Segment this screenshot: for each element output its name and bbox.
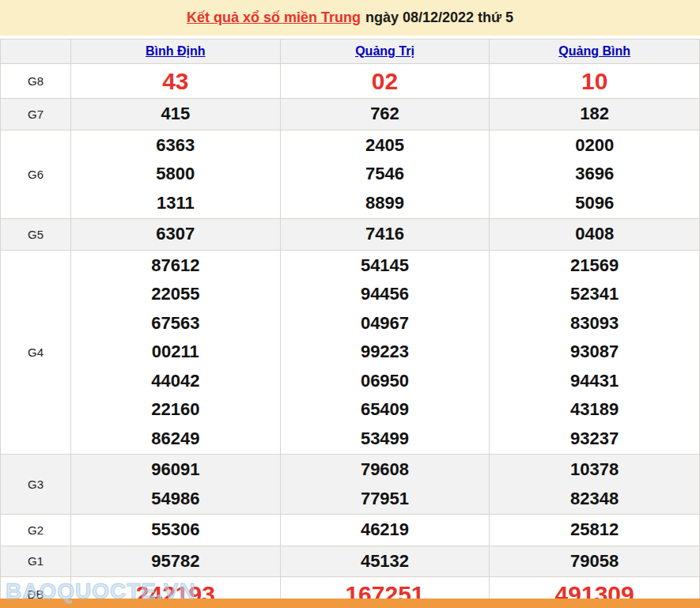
prize-numbers-cell: 45132	[281, 546, 490, 577]
prize-numbers-cell: 87612220556756300211440422216086249	[71, 251, 281, 455]
prize-numbers-cell: 25812	[490, 515, 699, 546]
prize-number: 93087	[570, 338, 619, 367]
prize-number: 82348	[570, 485, 619, 514]
prize-number: 10	[581, 66, 607, 97]
prize-number: 04967	[361, 309, 409, 338]
prize-number: 06950	[361, 367, 409, 396]
prize-number: 5800	[156, 160, 195, 189]
prize-row-2: G6636358001311240575468899020036965096	[1, 130, 699, 220]
prize-numbers-cell: 7960877951	[281, 455, 490, 514]
prize-number: 10378	[570, 455, 619, 485]
prize-number: 3696	[575, 160, 614, 189]
prize-numbers-cell: 6307	[71, 219, 281, 250]
prize-row-0: G8430210	[1, 64, 699, 99]
prize-numbers-cell: 0408	[490, 219, 699, 250]
prize-number: 53499	[361, 425, 409, 454]
prize-number: 182	[580, 100, 609, 129]
prize-numbers-cell: 7416	[281, 219, 490, 250]
prize-label: G7	[1, 99, 71, 130]
prize-numbers-cell: 55306	[71, 515, 281, 546]
prize-numbers-cell: 636358001311	[71, 130, 281, 219]
prize-number: 0200	[575, 131, 614, 160]
prize-label: G8	[1, 64, 71, 98]
prize-number: 93237	[570, 425, 619, 454]
prize-numbers-cell: 9609154986	[71, 455, 281, 514]
prize-number: 67563	[151, 309, 199, 338]
prize-number: 25812	[570, 515, 619, 545]
prize-row-5: G3960915498679608779511037882348	[1, 455, 699, 515]
prize-number: 0408	[575, 220, 614, 249]
prize-numbers-cell: 54145944560496799223069506540953499	[281, 251, 490, 455]
prize-numbers-cell: 95782	[71, 546, 281, 577]
prize-number: 22055	[151, 280, 199, 309]
prize-number: 7416	[365, 220, 404, 249]
prize-number: 00211	[152, 338, 199, 367]
prize-number: 6307	[156, 220, 195, 249]
prize-numbers-cell: 415	[71, 99, 281, 130]
prize-number: 5096	[575, 189, 614, 218]
prize-row-1: G7415762182	[1, 99, 699, 130]
prize-number: 83093	[570, 309, 619, 338]
prize-row-4: G487612220556756300211440422216086249541…	[1, 251, 699, 455]
prize-number: 762	[370, 100, 399, 129]
province-link-1[interactable]: Quảng Trị	[355, 44, 414, 59]
prize-number: 95782	[151, 547, 199, 576]
prize-numbers-cell: 46219	[281, 515, 490, 546]
prize-number: 65409	[361, 395, 409, 425]
column-header-2: Quảng Bình	[490, 40, 699, 63]
prize-numbers-cell: 43	[71, 64, 281, 98]
prize-row-7: G1957824513279058	[1, 546, 699, 578]
prize-number: 2405	[365, 131, 404, 160]
prize-number: 7546	[365, 160, 404, 189]
lottery-results-page: Kết quả xổ số miền Trung ngày 08/12/2022…	[0, 0, 700, 608]
prize-number: 02	[372, 66, 398, 97]
prize-number: 87612	[151, 251, 199, 281]
table-header-row: Bình ĐịnhQuảng TrịQuảng Bình	[1, 40, 699, 64]
column-header-1: Quảng Trị	[281, 40, 490, 63]
results-table: Bình ĐịnhQuảng TrịQuảng Bình G8430210G74…	[0, 39, 700, 608]
column-header-0: Bình Định	[71, 40, 281, 63]
prize-number: 79608	[361, 455, 409, 485]
prize-number: 86249	[151, 425, 199, 454]
prize-label: G1	[1, 546, 71, 577]
prize-numbers-cell: 79058	[490, 546, 699, 577]
prize-row-3: G5630774160408	[1, 219, 699, 251]
province-link-2[interactable]: Quảng Bình	[558, 44, 630, 59]
prize-row-6: G2553064621925812	[1, 515, 699, 546]
prize-label: G4	[1, 251, 71, 455]
prize-numbers-cell: 10	[490, 64, 699, 98]
prize-numbers-cell: 02	[281, 64, 490, 98]
prize-numbers-cell: 020036965096	[490, 130, 699, 219]
prize-numbers-cell: 21569523418309393087944314318993237	[490, 251, 699, 455]
prize-number: 46219	[361, 515, 409, 545]
prize-number: 1311	[157, 189, 195, 218]
results-title-link[interactable]: Kết quả xổ số miền Trung	[187, 9, 361, 26]
prize-number: 54145	[361, 251, 409, 281]
prize-number: 96091	[151, 455, 199, 485]
bottom-orange-bar	[0, 599, 700, 608]
prize-number: 44042	[151, 367, 199, 396]
prize-number: 8899	[365, 189, 404, 218]
prize-number: 45132	[361, 547, 409, 576]
prize-number: 22160	[151, 395, 199, 425]
results-date-text: ngày 08/12/2022 thứ 5	[365, 9, 513, 26]
prize-number: 43189	[570, 395, 619, 425]
prize-numbers-cell: 1037882348	[490, 455, 699, 514]
prize-number: 79058	[570, 547, 619, 576]
prize-number: 21569	[570, 251, 619, 281]
prize-label: G6	[1, 130, 71, 219]
prize-number: 94431	[570, 367, 619, 396]
results-title-bar: Kết quả xổ số miền Trung ngày 08/12/2022…	[0, 0, 700, 36]
prize-number: 94456	[361, 280, 409, 309]
prize-number: 99223	[361, 338, 409, 367]
prize-number: 43	[162, 66, 188, 97]
prize-number: 77951	[361, 485, 409, 514]
province-link-0[interactable]: Bình Định	[146, 44, 206, 59]
prize-label: G5	[1, 219, 71, 250]
prize-number: 55306	[151, 515, 199, 545]
prize-number: 52341	[570, 280, 619, 309]
prize-numbers-cell: 240575468899	[281, 130, 490, 219]
prize-label: G3	[1, 455, 71, 514]
prize-number: 415	[161, 100, 190, 129]
prize-label: G2	[1, 515, 71, 546]
